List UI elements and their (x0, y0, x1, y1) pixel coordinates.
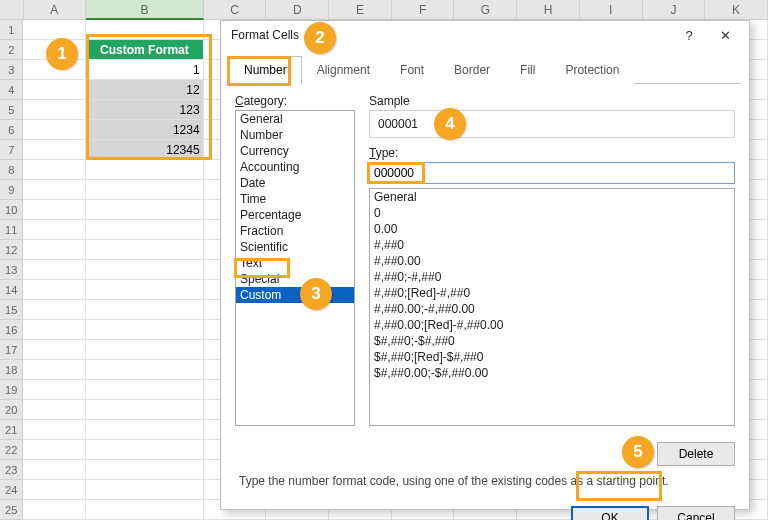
row-header[interactable]: 1 (0, 20, 23, 40)
cell[interactable] (23, 160, 86, 180)
cell[interactable] (23, 360, 86, 380)
row-header[interactable]: 12 (0, 240, 23, 260)
column-header[interactable]: E (329, 0, 392, 20)
cell[interactable] (86, 260, 203, 280)
cell[interactable] (23, 480, 86, 500)
column-header[interactable]: C (204, 0, 267, 20)
column-header[interactable]: B (86, 0, 204, 20)
cell[interactable] (23, 120, 86, 140)
cell[interactable] (86, 360, 203, 380)
cell[interactable] (86, 180, 203, 200)
row-header[interactable]: 16 (0, 320, 23, 340)
row-header[interactable]: 7 (0, 140, 23, 160)
tab-alignment[interactable]: Alignment (302, 56, 385, 84)
column-header[interactable]: D (266, 0, 329, 20)
row-header[interactable]: 22 (0, 440, 23, 460)
type-list-item[interactable]: $#,##0.00;-$#,##0.00 (370, 365, 734, 381)
category-item[interactable]: Accounting (236, 159, 354, 175)
category-item[interactable]: Number (236, 127, 354, 143)
cell[interactable] (23, 320, 86, 340)
row-header[interactable]: 11 (0, 220, 23, 240)
cell[interactable] (23, 340, 86, 360)
category-item[interactable]: General (236, 111, 354, 127)
category-item[interactable]: Percentage (236, 207, 354, 223)
tab-font[interactable]: Font (385, 56, 439, 84)
type-list-item[interactable]: #,##0;[Red]-#,##0 (370, 285, 734, 301)
cell[interactable] (23, 420, 86, 440)
cell[interactable]: 123 (86, 100, 203, 120)
cell[interactable] (23, 440, 86, 460)
cell[interactable] (86, 500, 203, 520)
tab-number[interactable]: Number (229, 56, 302, 84)
cell[interactable] (23, 240, 86, 260)
cell[interactable]: 1 (86, 60, 203, 80)
type-list-item[interactable]: #,##0.00 (370, 253, 734, 269)
cell[interactable] (23, 220, 86, 240)
cell[interactable] (86, 340, 203, 360)
cell[interactable] (23, 200, 86, 220)
row-header[interactable]: 15 (0, 300, 23, 320)
category-item[interactable]: Time (236, 191, 354, 207)
cell[interactable] (86, 460, 203, 480)
help-button[interactable]: ? (671, 23, 707, 47)
cell[interactable]: 12345 (86, 140, 203, 160)
cell[interactable] (86, 420, 203, 440)
category-item[interactable]: Text (236, 255, 354, 271)
ok-button[interactable]: OK (571, 506, 649, 520)
cell[interactable] (23, 280, 86, 300)
type-list[interactable]: General00.00#,##0#,##0.00#,##0;-#,##0#,#… (369, 188, 735, 426)
row-header[interactable]: 3 (0, 60, 23, 80)
cell[interactable] (23, 500, 86, 520)
category-item[interactable]: Custom (236, 287, 354, 303)
type-input[interactable] (369, 162, 735, 184)
cell[interactable] (86, 380, 203, 400)
delete-button[interactable]: Delete (657, 442, 735, 466)
type-list-item[interactable]: #,##0.00;-#,##0.00 (370, 301, 734, 317)
category-item[interactable]: Special (236, 271, 354, 287)
type-list-item[interactable]: 0 (370, 205, 734, 221)
row-header[interactable]: 23 (0, 460, 23, 480)
cell[interactable] (86, 200, 203, 220)
category-item[interactable]: Fraction (236, 223, 354, 239)
category-item[interactable]: Date (236, 175, 354, 191)
type-list-item[interactable]: #,##0 (370, 237, 734, 253)
cell[interactable] (23, 80, 86, 100)
column-header[interactable]: G (454, 0, 517, 20)
row-header[interactable]: 13 (0, 260, 23, 280)
cell[interactable] (86, 220, 203, 240)
type-list-item[interactable]: $#,##0;-$#,##0 (370, 333, 734, 349)
cell[interactable] (23, 140, 86, 160)
row-header[interactable]: 4 (0, 80, 23, 100)
category-item[interactable]: Currency (236, 143, 354, 159)
type-list-item[interactable]: $#,##0;[Red]-$#,##0 (370, 349, 734, 365)
cell[interactable] (23, 100, 86, 120)
column-header[interactable]: A (24, 0, 87, 20)
cell[interactable]: Custom Format (86, 40, 203, 60)
category-item[interactable]: Scientific (236, 239, 354, 255)
cell[interactable]: 1234 (86, 120, 203, 140)
cell[interactable] (86, 240, 203, 260)
type-list-item[interactable]: #,##0.00;[Red]-#,##0.00 (370, 317, 734, 333)
column-header[interactable]: H (517, 0, 580, 20)
cell[interactable] (86, 160, 203, 180)
cell[interactable] (23, 300, 86, 320)
row-header[interactable]: 6 (0, 120, 23, 140)
row-header[interactable]: 19 (0, 380, 23, 400)
row-header[interactable]: 21 (0, 420, 23, 440)
row-header[interactable]: 20 (0, 400, 23, 420)
close-button[interactable]: ✕ (707, 23, 743, 47)
cancel-button[interactable]: Cancel (657, 506, 735, 520)
cell[interactable] (23, 260, 86, 280)
column-header[interactable]: J (643, 0, 706, 20)
cell[interactable] (86, 20, 203, 40)
row-header[interactable]: 18 (0, 360, 23, 380)
column-header[interactable]: F (392, 0, 455, 20)
cell[interactable] (23, 460, 86, 480)
column-header[interactable]: K (705, 0, 768, 20)
cell[interactable] (86, 300, 203, 320)
cell[interactable] (86, 480, 203, 500)
category-list[interactable]: GeneralNumberCurrencyAccountingDateTimeP… (235, 110, 355, 426)
row-header[interactable]: 8 (0, 160, 23, 180)
row-header[interactable]: 5 (0, 100, 23, 120)
cell[interactable] (86, 440, 203, 460)
